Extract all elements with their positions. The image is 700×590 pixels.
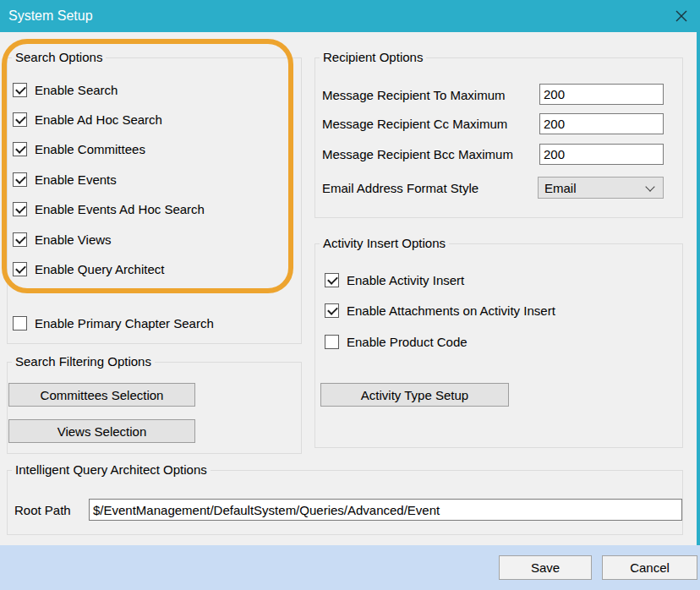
recipient-to-max-label: Message Recipient To Maximum [322,87,505,104]
checkbox-label: Enable Events [35,172,117,187]
checkbox-label: Enable Views [35,232,112,247]
views-selection-button[interactable]: Views Selection [8,419,195,443]
checkbox-row-enable-primary-chapter-search[interactable]: Enable Primary Chapter Search [13,316,214,331]
checkbox-label: Enable Product Code [347,335,468,349]
committees-selection-button[interactable]: Committees Selection [8,383,195,407]
checkbox-enable-query-architect[interactable] [13,262,27,276]
activity-insert-group-title: Activity Insert Options [320,236,449,250]
checkbox-row-enable-events[interactable]: Enable Events [13,172,117,187]
checkbox-row-enable-search[interactable]: Enable Search [13,83,118,97]
checkbox-enable-ad-hoc-search[interactable] [13,112,27,127]
recipient-options-group: Recipient Options Message Recipient To M… [314,57,683,218]
title-bar: System Setup [0,0,700,32]
search-options-group: Search Options Enable Search Enable Ad H… [7,57,302,344]
cancel-button[interactable]: Cancel [602,555,697,580]
checkbox-label: Enable Committees [35,142,145,156]
close-icon [675,9,688,23]
chevron-down-icon [645,182,654,191]
checkbox-label: Enable Primary Chapter Search [35,316,214,331]
recipient-bcc-max-label: Message Recipient Bcc Maximum [322,146,513,163]
activity-type-setup-button[interactable]: Activity Type Setup [320,383,509,407]
checkbox-row-enable-committees[interactable]: Enable Committees [13,142,145,156]
email-format-style-label: Email Address Format Style [322,180,479,197]
root-path-input[interactable] [89,499,682,521]
recipient-cc-max-input[interactable] [539,113,664,134]
checkbox-label: Enable Attachments on Activity Insert [347,303,555,318]
checkbox-enable-activity-insert[interactable] [325,273,339,287]
email-format-style-dropdown[interactable]: Email [538,177,664,199]
query-architect-group: Intelligent Query Architect Options Root… [7,470,683,535]
search-filtering-group: Search Filtering Options Committees Sele… [7,362,302,454]
checkbox-enable-views[interactable] [13,232,27,247]
checkbox-enable-product-code[interactable] [325,335,339,349]
checkbox-label: Enable Search [35,83,118,97]
close-button[interactable] [668,3,695,29]
checkbox-row-enable-product-code[interactable]: Enable Product Code [325,335,468,349]
recipient-options-group-title: Recipient Options [320,50,426,64]
checkbox-label: Enable Activity Insert [347,273,464,287]
checkbox-enable-search[interactable] [13,83,27,97]
checkbox-enable-events[interactable] [13,172,27,187]
save-button[interactable]: Save [499,555,592,580]
checkbox-enable-primary-chapter-search[interactable] [13,316,27,331]
root-path-label: Root Path [14,502,71,519]
recipient-to-max-input[interactable] [539,84,664,105]
window-title: System Setup [8,0,93,32]
email-format-style-value: Email [544,181,577,195]
checkbox-enable-events-ad-hoc-search[interactable] [13,202,27,216]
window-edge-right [697,32,700,545]
checkbox-row-enable-attachments-on-activity-insert[interactable]: Enable Attachments on Activity Insert [325,303,555,318]
checkbox-label: Enable Ad Hoc Search [35,112,162,127]
activity-insert-group: Activity Insert Options Enable Activity … [314,243,683,448]
footer-bar: Save Cancel [0,545,700,590]
checkbox-label: Enable Events Ad Hoc Search [35,202,205,216]
checkbox-label: Enable Query Architect [35,262,164,276]
search-filtering-group-title: Search Filtering Options [12,354,155,369]
checkbox-enable-attachments-on-activity-insert[interactable] [325,303,339,318]
checkbox-row-enable-activity-insert[interactable]: Enable Activity Insert [325,273,464,287]
query-architect-group-title: Intelligent Query Architect Options [12,462,211,477]
checkbox-row-enable-ad-hoc-search[interactable]: Enable Ad Hoc Search [13,112,162,127]
checkbox-row-enable-query-architect[interactable]: Enable Query Architect [13,262,164,276]
checkbox-row-enable-views[interactable]: Enable Views [13,232,112,247]
search-options-group-title: Search Options [12,50,106,64]
recipient-cc-max-label: Message Recipient Cc Maximum [322,116,507,133]
recipient-bcc-max-input[interactable] [539,144,664,165]
system-setup-dialog: System Setup Search Options Enable Searc… [0,0,700,590]
checkbox-enable-committees[interactable] [13,142,27,156]
checkbox-row-enable-events-ad-hoc-search[interactable]: Enable Events Ad Hoc Search [13,202,205,216]
